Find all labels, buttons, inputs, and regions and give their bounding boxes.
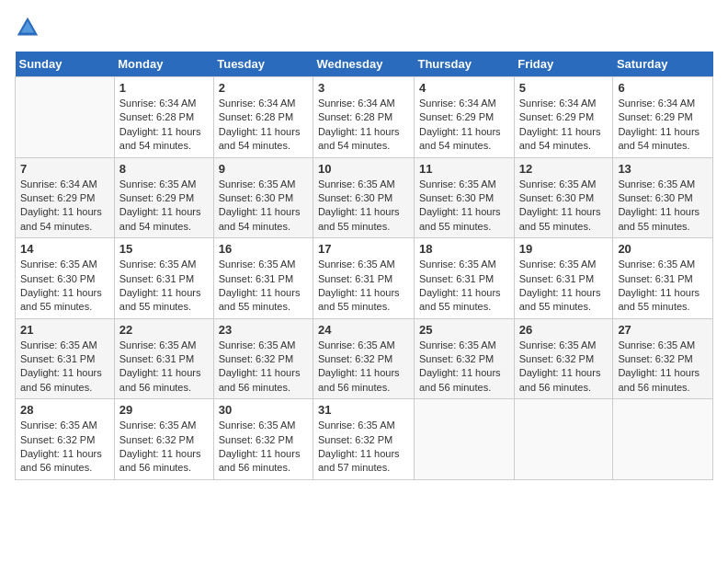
calendar-cell: 28Sunrise: 6:35 AMSunset: 6:32 PMDayligh…: [16, 399, 115, 480]
calendar-header-wednesday: Wednesday: [313, 52, 414, 77]
cell-info: Sunrise: 6:35 AMSunset: 6:32 PMDaylight:…: [318, 419, 409, 476]
day-number: 31: [318, 403, 409, 417]
day-number: 30: [219, 403, 308, 417]
calendar-header-row: SundayMondayTuesdayWednesdayThursdayFrid…: [16, 52, 713, 77]
day-number: 6: [618, 81, 708, 95]
day-number: 9: [219, 162, 308, 176]
calendar-cell: 2Sunrise: 6:34 AMSunset: 6:28 PMDaylight…: [213, 77, 313, 158]
day-number: 1: [119, 81, 209, 95]
calendar-week-3: 14Sunrise: 6:35 AMSunset: 6:30 PMDayligh…: [16, 238, 713, 319]
cell-info: Sunrise: 6:35 AMSunset: 6:30 PMDaylight:…: [419, 178, 509, 235]
calendar-header-sunday: Sunday: [16, 52, 115, 77]
calendar-cell: 6Sunrise: 6:34 AMSunset: 6:29 PMDaylight…: [613, 77, 713, 158]
cell-info: Sunrise: 6:35 AMSunset: 6:32 PMDaylight:…: [318, 339, 409, 396]
cell-info: Sunrise: 6:35 AMSunset: 6:32 PMDaylight:…: [419, 339, 509, 396]
calendar-cell: 15Sunrise: 6:35 AMSunset: 6:31 PMDayligh…: [114, 238, 213, 319]
cell-info: Sunrise: 6:35 AMSunset: 6:31 PMDaylight:…: [119, 258, 209, 315]
logo-icon: [15, 15, 40, 40]
calendar-cell: 22Sunrise: 6:35 AMSunset: 6:31 PMDayligh…: [114, 318, 213, 399]
cell-info: Sunrise: 6:35 AMSunset: 6:30 PMDaylight:…: [219, 178, 308, 235]
day-number: 29: [119, 403, 209, 417]
day-number: 18: [419, 242, 509, 256]
day-number: 5: [519, 81, 609, 95]
cell-info: Sunrise: 6:35 AMSunset: 6:31 PMDaylight:…: [219, 258, 308, 315]
day-number: 24: [318, 323, 409, 337]
day-number: 22: [119, 323, 209, 337]
calendar-cell: 14Sunrise: 6:35 AMSunset: 6:30 PMDayligh…: [16, 238, 115, 319]
cell-info: Sunrise: 6:34 AMSunset: 6:29 PMDaylight:…: [618, 97, 708, 154]
cell-info: Sunrise: 6:34 AMSunset: 6:28 PMDaylight:…: [219, 97, 308, 154]
cell-info: Sunrise: 6:35 AMSunset: 6:32 PMDaylight:…: [219, 339, 308, 396]
cell-info: Sunrise: 6:35 AMSunset: 6:32 PMDaylight:…: [119, 419, 209, 476]
day-number: 13: [618, 162, 708, 176]
cell-info: Sunrise: 6:35 AMSunset: 6:32 PMDaylight:…: [219, 419, 308, 476]
calendar-header-saturday: Saturday: [613, 52, 713, 77]
cell-info: Sunrise: 6:35 AMSunset: 6:31 PMDaylight:…: [419, 258, 509, 315]
calendar-cell: 23Sunrise: 6:35 AMSunset: 6:32 PMDayligh…: [213, 318, 313, 399]
cell-info: Sunrise: 6:34 AMSunset: 6:29 PMDaylight:…: [20, 178, 109, 235]
day-number: 14: [20, 242, 109, 256]
calendar-header-friday: Friday: [514, 52, 613, 77]
calendar-header-thursday: Thursday: [414, 52, 514, 77]
calendar-cell: [16, 77, 115, 158]
calendar-cell: 1Sunrise: 6:34 AMSunset: 6:28 PMDaylight…: [114, 77, 213, 158]
day-number: 27: [618, 323, 708, 337]
calendar-week-1: 1Sunrise: 6:34 AMSunset: 6:28 PMDaylight…: [16, 77, 713, 158]
calendar-cell: 27Sunrise: 6:35 AMSunset: 6:32 PMDayligh…: [613, 318, 713, 399]
calendar-cell: [414, 399, 514, 480]
day-number: 20: [618, 242, 708, 256]
cell-info: Sunrise: 6:34 AMSunset: 6:29 PMDaylight:…: [519, 97, 609, 154]
calendar-cell: 4Sunrise: 6:34 AMSunset: 6:29 PMDaylight…: [414, 77, 514, 158]
day-number: 3: [318, 81, 409, 95]
cell-info: Sunrise: 6:35 AMSunset: 6:31 PMDaylight:…: [519, 258, 609, 315]
day-number: 7: [20, 162, 109, 176]
calendar-header-monday: Monday: [114, 52, 213, 77]
calendar-cell: 26Sunrise: 6:35 AMSunset: 6:32 PMDayligh…: [514, 318, 613, 399]
calendar-cell: [613, 399, 713, 480]
cell-info: Sunrise: 6:35 AMSunset: 6:31 PMDaylight:…: [318, 258, 409, 315]
calendar-header-tuesday: Tuesday: [213, 52, 313, 77]
cell-info: Sunrise: 6:35 AMSunset: 6:29 PMDaylight:…: [119, 178, 209, 235]
day-number: 17: [318, 242, 409, 256]
calendar-cell: 17Sunrise: 6:35 AMSunset: 6:31 PMDayligh…: [313, 238, 414, 319]
calendar-week-4: 21Sunrise: 6:35 AMSunset: 6:31 PMDayligh…: [16, 318, 713, 399]
day-number: 15: [119, 242, 209, 256]
calendar-cell: 24Sunrise: 6:35 AMSunset: 6:32 PMDayligh…: [313, 318, 414, 399]
calendar-cell: 29Sunrise: 6:35 AMSunset: 6:32 PMDayligh…: [114, 399, 213, 480]
calendar-cell: 9Sunrise: 6:35 AMSunset: 6:30 PMDaylight…: [213, 157, 313, 238]
day-number: 25: [419, 323, 509, 337]
cell-info: Sunrise: 6:35 AMSunset: 6:32 PMDaylight:…: [20, 419, 109, 476]
cell-info: Sunrise: 6:35 AMSunset: 6:31 PMDaylight:…: [20, 339, 109, 396]
cell-info: Sunrise: 6:35 AMSunset: 6:31 PMDaylight:…: [119, 339, 209, 396]
calendar-table: SundayMondayTuesdayWednesdayThursdayFrid…: [15, 52, 713, 480]
calendar-cell: 30Sunrise: 6:35 AMSunset: 6:32 PMDayligh…: [213, 399, 313, 480]
calendar-cell: 21Sunrise: 6:35 AMSunset: 6:31 PMDayligh…: [16, 318, 115, 399]
cell-info: Sunrise: 6:34 AMSunset: 6:29 PMDaylight:…: [419, 97, 509, 154]
cell-info: Sunrise: 6:35 AMSunset: 6:32 PMDaylight:…: [519, 339, 609, 396]
cell-info: Sunrise: 6:34 AMSunset: 6:28 PMDaylight:…: [318, 97, 409, 154]
calendar-week-2: 7Sunrise: 6:34 AMSunset: 6:29 PMDaylight…: [16, 157, 713, 238]
cell-info: Sunrise: 6:35 AMSunset: 6:30 PMDaylight:…: [318, 178, 409, 235]
calendar-cell: 11Sunrise: 6:35 AMSunset: 6:30 PMDayligh…: [414, 157, 514, 238]
day-number: 23: [219, 323, 308, 337]
calendar-cell: 10Sunrise: 6:35 AMSunset: 6:30 PMDayligh…: [313, 157, 414, 238]
day-number: 21: [20, 323, 109, 337]
calendar-cell: 12Sunrise: 6:35 AMSunset: 6:30 PMDayligh…: [514, 157, 613, 238]
calendar-cell: 7Sunrise: 6:34 AMSunset: 6:29 PMDaylight…: [16, 157, 115, 238]
day-number: 8: [119, 162, 209, 176]
day-number: 4: [419, 81, 509, 95]
calendar-cell: 25Sunrise: 6:35 AMSunset: 6:32 PMDayligh…: [414, 318, 514, 399]
cell-info: Sunrise: 6:35 AMSunset: 6:30 PMDaylight:…: [618, 178, 708, 235]
calendar-cell: 13Sunrise: 6:35 AMSunset: 6:30 PMDayligh…: [613, 157, 713, 238]
calendar-cell: 31Sunrise: 6:35 AMSunset: 6:32 PMDayligh…: [313, 399, 414, 480]
day-number: 2: [219, 81, 308, 95]
cell-info: Sunrise: 6:35 AMSunset: 6:30 PMDaylight:…: [20, 258, 109, 315]
cell-info: Sunrise: 6:35 AMSunset: 6:30 PMDaylight:…: [519, 178, 609, 235]
calendar-cell: [514, 399, 613, 480]
day-number: 11: [419, 162, 509, 176]
day-number: 26: [519, 323, 609, 337]
page-header: [15, 15, 713, 40]
day-number: 12: [519, 162, 609, 176]
calendar-cell: 5Sunrise: 6:34 AMSunset: 6:29 PMDaylight…: [514, 77, 613, 158]
cell-info: Sunrise: 6:35 AMSunset: 6:32 PMDaylight:…: [618, 339, 708, 396]
